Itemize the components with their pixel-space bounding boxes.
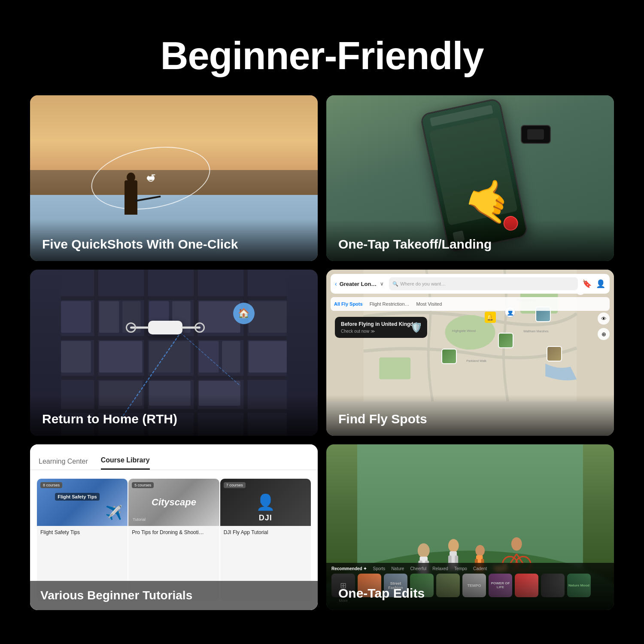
course-thumb-dji: 7 courses 👤 DJI (220, 479, 311, 526)
svg-text:Highgate Wood: Highgate Wood (452, 329, 476, 333)
course-badge-cityscape: 5 courses (132, 482, 154, 488)
svg-rect-21 (61, 301, 91, 333)
tab-flight-restriction[interactable]: Flight Restriction… (370, 301, 410, 307)
map-pin-5 (441, 349, 457, 364)
user-icon: 👤 (596, 279, 605, 289)
safety-badge-text: Flight Safety Tips (55, 493, 99, 501)
course-title-dji: DJI Fly App Tutorial (220, 526, 311, 539)
drone-model (148, 321, 182, 334)
flyspots-header: ‹ Greater Lon… ∨ 🔍 Where do you want… 🔖 … (331, 274, 610, 294)
shield-icon: 🛡️ (410, 322, 422, 333)
svg-rect-22 (61, 341, 91, 372)
svg-rect-24 (249, 341, 287, 372)
search-box[interactable]: 🔍 Where do you want… (389, 277, 578, 290)
svg-rect-23 (249, 301, 287, 333)
mic-grill (527, 129, 544, 140)
svg-point-46 (475, 545, 485, 556)
search-icon: 🔍 (392, 281, 398, 287)
map-side-icons: 👁 ⊕ (598, 313, 610, 340)
card-tutorials[interactable]: Learning Center Course Library 8 courses… (30, 444, 318, 611)
search-placeholder: Where do you want… (400, 281, 446, 286)
location-label: Greater Lon… (340, 281, 377, 287)
card-quickshots[interactable]: ↺ Five QuickShots With One-Click (30, 95, 318, 261)
course-badge-dji: 7 courses (224, 482, 246, 488)
tab-learning-center[interactable]: Learning Center (39, 458, 88, 470)
chevron-icon: ∨ (380, 281, 384, 287)
card-flyspots-label: Find Fly Spots (326, 395, 614, 436)
popup-cta: Check out now ≫ (341, 329, 421, 334)
svg-rect-9 (99, 301, 119, 333)
card-tutorials-label: Various Beginner Tutorials (30, 581, 318, 610)
course-badge-safety: 8 courses (40, 482, 62, 488)
card-takeoff-label: One-Tap Takeoff/Landing (326, 220, 614, 261)
tutorials-header: Learning Center Course Library (30, 444, 318, 470)
map-pin-2 (498, 333, 513, 348)
svg-point-38 (418, 543, 430, 558)
page-title: Beginner-Friendly (160, 34, 483, 78)
drone-icon: ✈️ (105, 504, 122, 521)
cityscape-text: Cityscape (152, 497, 196, 508)
svg-rect-30 (379, 358, 410, 380)
tutorial-label: Tutorial (133, 517, 146, 522)
svg-rect-17 (222, 341, 240, 372)
svg-point-42 (448, 539, 459, 552)
flyspots-tabs: All Fly Spots Flight Restriction… Most V… (331, 297, 610, 311)
card-rth[interactable]: 🏠 Return to Home (RTH) (30, 270, 318, 436)
course-title-safety: Flight Safety Tips (37, 526, 128, 539)
arrow-icon: ↺ (146, 171, 156, 185)
dji-logo: DJI (259, 513, 272, 522)
tab-course-library[interactable]: Course Library (101, 456, 150, 470)
map-pin-3 (547, 346, 562, 361)
flying-notice-popup[interactable]: Before Flying in United Kingdom Check ou… (335, 317, 427, 338)
back-button[interactable]: ‹ (335, 280, 337, 287)
svg-text:Parkland Walk: Parkland Walk (466, 359, 486, 363)
map-icon-target: ⊕ (598, 328, 610, 340)
tab-most-visited[interactable]: Most Visited (416, 301, 442, 307)
card-takeoff[interactable]: 🤙 One-Tap Takeoff/Landing (326, 95, 614, 261)
svg-point-50 (511, 537, 522, 550)
card-flyspots[interactable]: Highgate Wood Heathgate Parkland Walk Py… (326, 270, 614, 436)
cards-grid: ↺ Five QuickShots With One-Click (30, 95, 614, 611)
map-yellow-pin: 🔔 (485, 312, 496, 323)
card-edits[interactable]: Recommended ✦ Sports Nature Cheerful Rel… (326, 444, 614, 611)
course-thumb-safety: 8 courses ✈️ Flight Safety Tips (37, 479, 128, 526)
svg-rect-11 (99, 341, 143, 372)
person-body (125, 180, 137, 215)
svg-rect-16 (199, 341, 219, 372)
course-title-cityscape: Pro Tips for Droning & Shooti… (128, 526, 219, 539)
person-icon: 👤 (256, 493, 275, 511)
map-icon-eye: 👁 (598, 313, 610, 325)
card-rth-label: Return to Home (RTH) (30, 395, 318, 436)
popup-title: Before Flying in United Kingdom (341, 321, 421, 327)
svg-text:Waltham Marshes: Waltham Marshes (523, 329, 549, 333)
card-quickshots-label: Five QuickShots With One-Click (30, 220, 318, 261)
rth-home-icon: 🏠 (233, 303, 255, 324)
bookmark-icon: 🔖 (582, 279, 592, 289)
mic-accessory (521, 125, 551, 144)
svg-rect-14 (149, 341, 191, 372)
course-thumb-cityscape: 5 courses Cityscape Tutorial (128, 479, 219, 526)
tab-all-fly-spots[interactable]: All Fly Spots (334, 301, 363, 307)
card-edits-label: One-Tap Edits (326, 569, 614, 610)
